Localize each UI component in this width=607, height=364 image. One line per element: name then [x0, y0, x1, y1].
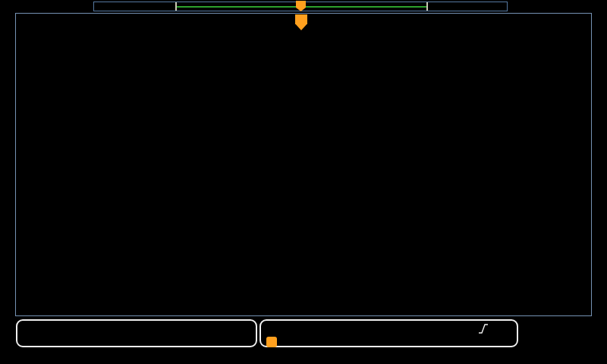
channel-3-marker[interactable]: [0, 200, 16, 213]
channel-3-coupling: [60, 337, 74, 347]
channel-4-marker[interactable]: [0, 265, 16, 278]
channel-2-marker[interactable]: [0, 142, 16, 155]
trigger-source-readout[interactable]: [452, 322, 489, 335]
channel-3-readout[interactable]: [24, 335, 74, 348]
channel-4-badge[interactable]: [141, 336, 161, 347]
channel-readouts-box: [16, 319, 257, 347]
ac-coupling-icon: [178, 337, 190, 347]
graticule-frame: [15, 13, 592, 316]
channel-2-coupling: [178, 325, 192, 334]
channel-1-badge[interactable]: [24, 323, 43, 334]
channel-4-coupling: [178, 337, 192, 347]
ac-coupling-icon: [60, 325, 73, 334]
trigger-position-readout[interactable]: [266, 335, 280, 348]
trigger-source-badge[interactable]: [452, 323, 472, 334]
ac-coupling-icon: [178, 325, 190, 334]
channel-1-coupling: [60, 325, 74, 334]
channel-4-readout[interactable]: [141, 335, 192, 348]
record-view-bracket-left: [175, 2, 177, 11]
channel-2-readout[interactable]: [141, 322, 192, 335]
channel-1-marker[interactable]: [0, 80, 16, 93]
trigger-t-icon: [266, 337, 277, 347]
channel-3-badge[interactable]: [24, 336, 43, 347]
horizontal-trigger-readouts-box: [259, 319, 518, 347]
rising-edge-slope-icon: [477, 323, 489, 334]
channel-1-readout[interactable]: [24, 322, 74, 335]
record-view-bracket-right: [426, 2, 428, 11]
channel-2-badge[interactable]: [141, 323, 161, 334]
ac-coupling-icon: [60, 337, 73, 347]
